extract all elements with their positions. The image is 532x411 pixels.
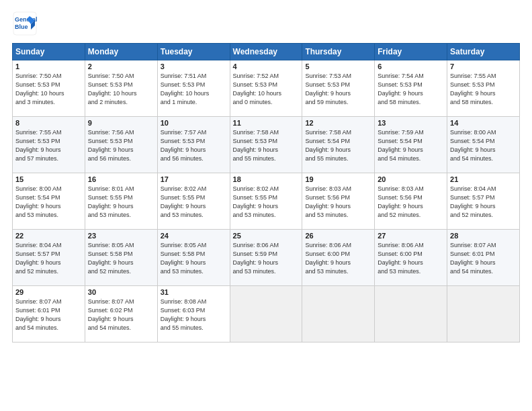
day-info: Sunrise: 7:53 AM Sunset: 5:53 PM Dayligh…: [305, 72, 371, 107]
calendar-cell: 14Sunrise: 8:00 AM Sunset: 5:54 PM Dayli…: [447, 117, 520, 173]
day-info: Sunrise: 8:03 AM Sunset: 5:56 PM Dayligh…: [378, 185, 444, 220]
day-info: Sunrise: 8:05 AM Sunset: 5:58 PM Dayligh…: [88, 241, 154, 276]
day-number: 25: [233, 232, 300, 240]
weekday-header-wednesday: Wednesday: [230, 44, 302, 60]
calendar-cell: 26Sunrise: 8:06 AM Sunset: 6:00 PM Dayli…: [302, 230, 375, 286]
calendar-cell: 9Sunrise: 7:56 AM Sunset: 5:53 PM Daylig…: [85, 117, 157, 173]
day-number: 7: [450, 62, 517, 71]
day-info: Sunrise: 8:06 AM Sunset: 6:00 PM Dayligh…: [305, 241, 371, 276]
weekday-header-thursday: Thursday: [302, 44, 375, 60]
day-info: Sunrise: 8:02 AM Sunset: 5:55 PM Dayligh…: [233, 185, 300, 220]
day-number: 22: [15, 232, 82, 240]
day-number: 11: [233, 119, 300, 127]
calendar-cell: 10Sunrise: 7:57 AM Sunset: 5:53 PM Dayli…: [157, 117, 230, 173]
calendar-cell: [230, 286, 302, 342]
calendar-cell: 2Sunrise: 7:50 AM Sunset: 5:53 PM Daylig…: [85, 60, 157, 117]
day-info: Sunrise: 7:54 AM Sunset: 5:53 PM Dayligh…: [378, 72, 444, 107]
calendar-cell: 24Sunrise: 8:05 AM Sunset: 5:58 PM Dayli…: [157, 230, 230, 286]
calendar-cell: 16Sunrise: 8:01 AM Sunset: 5:55 PM Dayli…: [85, 173, 157, 230]
day-info: Sunrise: 8:08 AM Sunset: 6:03 PM Dayligh…: [161, 298, 227, 332]
calendar-week-3: 15Sunrise: 8:00 AM Sunset: 5:54 PM Dayli…: [13, 173, 520, 230]
calendar-cell: 3Sunrise: 7:51 AM Sunset: 5:53 PM Daylig…: [157, 60, 230, 117]
logo-icon: General Blue: [12, 11, 38, 36]
day-number: 24: [161, 232, 227, 240]
calendar-cell: 21Sunrise: 8:04 AM Sunset: 5:57 PM Dayli…: [447, 173, 520, 230]
calendar-cell: [447, 286, 520, 342]
day-info: Sunrise: 8:05 AM Sunset: 5:58 PM Dayligh…: [161, 241, 227, 276]
calendar-cell: 8Sunrise: 7:55 AM Sunset: 5:53 PM Daylig…: [13, 117, 85, 173]
day-info: Sunrise: 8:00 AM Sunset: 5:54 PM Dayligh…: [450, 128, 517, 163]
day-info: Sunrise: 7:58 AM Sunset: 5:53 PM Dayligh…: [233, 128, 300, 163]
calendar-cell: 15Sunrise: 8:00 AM Sunset: 5:54 PM Dayli…: [13, 173, 85, 230]
calendar-cell: 23Sunrise: 8:05 AM Sunset: 5:58 PM Dayli…: [85, 230, 157, 286]
calendar-cell: 29Sunrise: 8:07 AM Sunset: 6:01 PM Dayli…: [13, 286, 85, 342]
day-number: 29: [15, 288, 82, 296]
day-info: Sunrise: 8:07 AM Sunset: 6:02 PM Dayligh…: [88, 298, 154, 332]
day-info: Sunrise: 8:07 AM Sunset: 6:01 PM Dayligh…: [15, 298, 82, 332]
day-info: Sunrise: 7:56 AM Sunset: 5:53 PM Dayligh…: [88, 128, 154, 163]
day-number: 2: [88, 62, 154, 71]
day-number: 15: [15, 175, 82, 183]
day-info: Sunrise: 8:03 AM Sunset: 5:56 PM Dayligh…: [305, 185, 371, 220]
weekday-header-friday: Friday: [375, 44, 447, 60]
day-number: 20: [378, 175, 444, 183]
header: General Blue: [12, 11, 520, 36]
day-number: 17: [161, 175, 227, 183]
day-info: Sunrise: 7:52 AM Sunset: 5:53 PM Dayligh…: [233, 72, 300, 107]
calendar-body: 1Sunrise: 7:50 AM Sunset: 5:53 PM Daylig…: [13, 60, 520, 342]
day-number: 1: [15, 62, 82, 71]
calendar-cell: 11Sunrise: 7:58 AM Sunset: 5:53 PM Dayli…: [230, 117, 302, 173]
day-number: 4: [233, 62, 300, 71]
calendar-week-1: 1Sunrise: 7:50 AM Sunset: 5:53 PM Daylig…: [13, 60, 520, 117]
calendar-cell: 7Sunrise: 7:55 AM Sunset: 5:53 PM Daylig…: [447, 60, 520, 117]
weekday-header-tuesday: Tuesday: [157, 44, 230, 60]
calendar-cell: 6Sunrise: 7:54 AM Sunset: 5:53 PM Daylig…: [375, 60, 447, 117]
day-number: 6: [378, 62, 444, 71]
day-number: 18: [233, 175, 300, 183]
day-number: 19: [305, 175, 371, 183]
day-info: Sunrise: 7:57 AM Sunset: 5:53 PM Dayligh…: [161, 128, 227, 163]
calendar-page: General Blue SundayMondayTuesdayWednesda…: [0, 0, 532, 411]
calendar-cell: 20Sunrise: 8:03 AM Sunset: 5:56 PM Dayli…: [375, 173, 447, 230]
calendar-cell: 5Sunrise: 7:53 AM Sunset: 5:53 PM Daylig…: [302, 60, 375, 117]
day-number: 14: [450, 119, 517, 127]
day-number: 13: [378, 119, 444, 127]
day-info: Sunrise: 7:51 AM Sunset: 5:53 PM Dayligh…: [161, 72, 227, 107]
day-number: 28: [450, 232, 517, 240]
calendar-cell: 27Sunrise: 8:06 AM Sunset: 6:00 PM Dayli…: [375, 230, 447, 286]
day-number: 23: [88, 232, 154, 240]
svg-text:Blue: Blue: [15, 24, 28, 30]
day-info: Sunrise: 7:55 AM Sunset: 5:53 PM Dayligh…: [15, 128, 82, 163]
day-number: 21: [450, 175, 517, 183]
calendar-cell: 13Sunrise: 7:59 AM Sunset: 5:54 PM Dayli…: [375, 117, 447, 173]
day-info: Sunrise: 8:07 AM Sunset: 6:01 PM Dayligh…: [450, 241, 517, 276]
calendar-week-4: 22Sunrise: 8:04 AM Sunset: 5:57 PM Dayli…: [13, 230, 520, 286]
calendar-cell: 30Sunrise: 8:07 AM Sunset: 6:02 PM Dayli…: [85, 286, 157, 342]
day-info: Sunrise: 8:04 AM Sunset: 5:57 PM Dayligh…: [450, 185, 517, 220]
calendar-cell: 19Sunrise: 8:03 AM Sunset: 5:56 PM Dayli…: [302, 173, 375, 230]
calendar-cell: [375, 286, 447, 342]
weekday-header-sunday: Sunday: [13, 44, 85, 60]
day-number: 31: [161, 288, 227, 296]
day-number: 30: [88, 288, 154, 296]
day-info: Sunrise: 7:50 AM Sunset: 5:53 PM Dayligh…: [15, 72, 82, 107]
day-number: 9: [88, 119, 154, 127]
weekday-header-monday: Monday: [85, 44, 157, 60]
calendar-cell: 28Sunrise: 8:07 AM Sunset: 6:01 PM Dayli…: [447, 230, 520, 286]
day-number: 8: [15, 119, 82, 127]
calendar-cell: 4Sunrise: 7:52 AM Sunset: 5:53 PM Daylig…: [230, 60, 302, 117]
day-info: Sunrise: 8:00 AM Sunset: 5:54 PM Dayligh…: [15, 185, 82, 220]
day-info: Sunrise: 7:58 AM Sunset: 5:54 PM Dayligh…: [305, 128, 371, 163]
day-number: 3: [161, 62, 227, 71]
calendar-week-2: 8Sunrise: 7:55 AM Sunset: 5:53 PM Daylig…: [13, 117, 520, 173]
calendar-cell: [302, 286, 375, 342]
day-info: Sunrise: 7:55 AM Sunset: 5:53 PM Dayligh…: [450, 72, 517, 107]
weekday-header-saturday: Saturday: [447, 44, 520, 60]
day-info: Sunrise: 8:02 AM Sunset: 5:55 PM Dayligh…: [161, 185, 227, 220]
calendar-cell: 31Sunrise: 8:08 AM Sunset: 6:03 PM Dayli…: [157, 286, 230, 342]
day-info: Sunrise: 8:01 AM Sunset: 5:55 PM Dayligh…: [88, 185, 154, 220]
day-number: 12: [305, 119, 371, 127]
calendar-week-5: 29Sunrise: 8:07 AM Sunset: 6:01 PM Dayli…: [13, 286, 520, 342]
calendar-table: SundayMondayTuesdayWednesdayThursdayFrid…: [12, 43, 520, 342]
calendar-cell: 22Sunrise: 8:04 AM Sunset: 5:57 PM Dayli…: [13, 230, 85, 286]
